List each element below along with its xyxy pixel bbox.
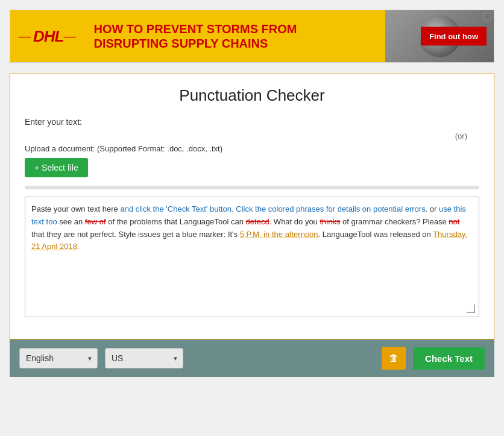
sample-text-error2[interactable]: detecd: [246, 217, 269, 226]
sample-text-error3[interactable]: thinks: [320, 217, 340, 226]
check-text-button[interactable]: Check Text: [413, 347, 485, 370]
sample-text-error4[interactable]: not: [449, 217, 459, 226]
ad-image-area: Find out how: [385, 10, 494, 62]
ad-info-icon[interactable]: ⓘ: [483, 13, 491, 21]
page-container: — DHL — HOW TO PREVENT STORMS FROM DISRU…: [0, 0, 504, 436]
sample-text-mid5: of grammar checkers? Please: [340, 217, 449, 226]
upload-label: Upload a document: (Supported Format: .d…: [25, 144, 479, 153]
sample-text-mid7: . LanguageTool was released on: [318, 230, 433, 239]
page-title: Punctuation Checker: [25, 86, 479, 105]
ad-headline: HOW TO PREVENT STORMS FROM DISRUPTING SU…: [93, 22, 297, 51]
divider-bar: [25, 186, 479, 189]
trash-icon: 🗑: [389, 353, 398, 364]
sample-text-mid: or: [427, 204, 439, 213]
language-select[interactable]: English French German Spanish: [19, 348, 98, 368]
sample-text-mid3: of the problems that LanguageTool can: [106, 217, 246, 226]
ad-cta-button[interactable]: Find out how: [421, 27, 487, 46]
sample-text-end: .: [77, 242, 80, 251]
or-text: (or): [25, 131, 479, 141]
text-input-area[interactable]: Paste your own text here and click the '…: [25, 197, 479, 317]
sample-text-mid2: see an: [57, 217, 85, 226]
trash-button[interactable]: 🗑: [382, 347, 406, 370]
bottom-bar: English French German Spanish US UK AU C…: [10, 340, 494, 377]
main-card: Punctuation Checker Enter your text: (or…: [10, 74, 494, 340]
select-file-button[interactable]: + Select file: [25, 158, 88, 177]
dhl-dash: —: [19, 30, 31, 43]
ad-text-block: HOW TO PREVENT STORMS FROM DISRUPTING SU…: [86, 10, 385, 62]
sample-text-mid6: that they are not perfect. Style issues …: [31, 230, 240, 239]
dhl-logo-text: DHL: [33, 27, 63, 46]
dhl-dash2: —: [63, 30, 75, 43]
enter-text-label: Enter your text:: [25, 117, 479, 127]
sample-text-error1[interactable]: few of: [85, 217, 106, 226]
sample-text-highlight1[interactable]: and click the 'Check Text' button. Click…: [120, 204, 427, 213]
ad-banner: — DHL — HOW TO PREVENT STORMS FROM DISRU…: [10, 10, 494, 63]
sample-text-mid4: . What do you: [269, 217, 320, 226]
sample-text-style1[interactable]: 5 P.M. in the afternoon: [240, 230, 318, 239]
language-select-wrapper: English French German Spanish: [19, 348, 98, 368]
variant-select[interactable]: US UK AU CA: [105, 348, 183, 368]
variant-select-wrapper: US UK AU CA: [105, 348, 183, 368]
sample-text-prefix: Paste your own text here: [31, 204, 120, 213]
dhl-logo-area: — DHL —: [10, 10, 86, 62]
